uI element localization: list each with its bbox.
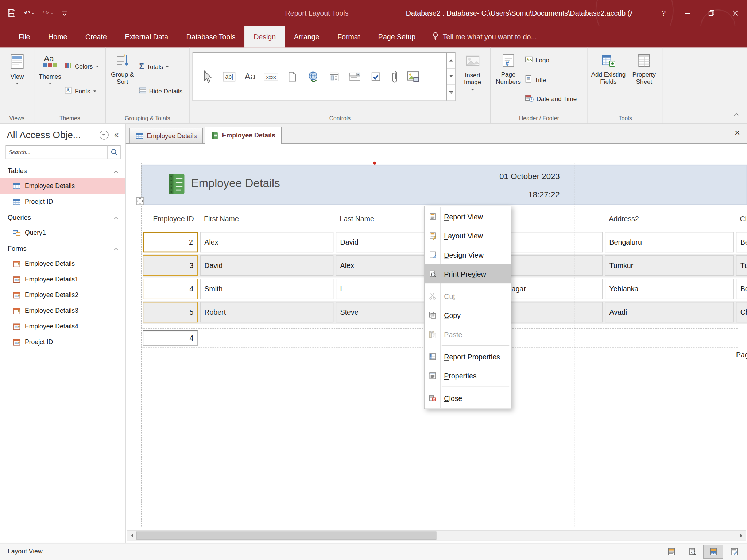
count-total-box[interactable]: 4 bbox=[143, 330, 198, 346]
navigation-control[interactable] bbox=[324, 55, 344, 98]
page-numbers-button[interactable]: # Page Numbers bbox=[495, 53, 522, 86]
cell-first[interactable]: Robert bbox=[200, 302, 334, 322]
cell-addr2[interactable]: Bengaluru bbox=[605, 232, 734, 252]
redo-button[interactable]: ↷ bbox=[43, 9, 53, 18]
ribbon-tab-database-tools[interactable]: Database Tools bbox=[177, 26, 244, 48]
ribbon-tab-arrange[interactable]: Arrange bbox=[285, 26, 328, 48]
title-button[interactable]: Title bbox=[525, 75, 546, 84]
nav-item-employee-details2[interactable]: Employee Details2 bbox=[0, 287, 125, 303]
cell-city[interactable]: Tu bbox=[736, 255, 747, 276]
cell-city[interactable]: Ch bbox=[736, 302, 747, 322]
nav-section-header-queries[interactable]: Queries bbox=[0, 210, 125, 225]
nav-item-employee-details3[interactable]: Employee Details3 bbox=[0, 303, 125, 319]
insert-image-button[interactable]: Insert Image bbox=[459, 55, 486, 92]
column-header-address2[interactable]: Address2 bbox=[605, 211, 734, 227]
column-header-employee-id[interactable]: Employee ID bbox=[143, 211, 198, 227]
context-menu-item-report-view[interactable]: Report View bbox=[425, 207, 511, 226]
navigation-menu-button[interactable] bbox=[99, 131, 108, 140]
cell-id[interactable]: 3 bbox=[143, 255, 198, 276]
nav-item-employee-details1[interactable]: Employee Details1 bbox=[0, 271, 125, 287]
gallery-more-button[interactable] bbox=[447, 85, 455, 101]
attachment-control[interactable] bbox=[386, 55, 402, 98]
cell-addr1[interactable]: agar bbox=[503, 279, 603, 299]
cell-addr2[interactable]: Avadi bbox=[605, 302, 734, 322]
report-view-button[interactable] bbox=[661, 545, 681, 559]
tab-control[interactable] bbox=[282, 55, 302, 98]
context-menu-item-properties[interactable]: Properties bbox=[425, 366, 511, 385]
group-and-sort-button[interactable]: Group & Sort bbox=[109, 53, 136, 86]
report-time[interactable]: 18:27:22 bbox=[528, 190, 560, 199]
ribbon-tab-design[interactable]: Design bbox=[244, 26, 285, 48]
check-box-control[interactable] bbox=[365, 55, 386, 98]
logo-button[interactable]: Logo bbox=[525, 56, 549, 64]
context-menu-item-paste[interactable]: Paste bbox=[425, 325, 511, 344]
document-tab-employee-details-0[interactable]: Employee Details bbox=[129, 128, 203, 143]
collapse-ribbon-button[interactable] bbox=[732, 108, 740, 119]
restore-button[interactable] bbox=[699, 0, 723, 26]
cell-addr2[interactable]: Tumkur bbox=[605, 255, 734, 276]
chevron-up-icon[interactable] bbox=[113, 214, 119, 221]
cell-id[interactable]: 2 bbox=[143, 232, 198, 252]
chevron-up-icon[interactable] bbox=[113, 245, 119, 252]
search-input[interactable] bbox=[6, 148, 107, 156]
cell-id[interactable]: 4 bbox=[143, 279, 198, 299]
shutter-bar-close-button[interactable]: « bbox=[112, 130, 121, 140]
search-icon[interactable] bbox=[107, 146, 120, 159]
context-menu-item-print-preview[interactable]: Print Preview bbox=[425, 264, 511, 283]
scroll-left-button[interactable] bbox=[127, 531, 136, 540]
nav-section-header-tables[interactable]: Tables bbox=[0, 163, 125, 178]
layout-view-button[interactable] bbox=[703, 545, 723, 559]
nav-item-employee-details[interactable]: Employee Details bbox=[0, 256, 125, 271]
themes-button[interactable]: Aa Themes bbox=[37, 53, 63, 86]
customize-quick-access-button[interactable] bbox=[61, 10, 67, 16]
context-menu-item-report-properties[interactable]: Report Properties bbox=[425, 347, 511, 366]
context-menu-item-cut[interactable]: Cut bbox=[425, 287, 511, 306]
cell-first[interactable]: David bbox=[200, 255, 334, 276]
label-control[interactable]: Aa bbox=[240, 55, 260, 98]
cell-city[interactable]: Be bbox=[736, 232, 747, 252]
help-button[interactable]: ? bbox=[652, 0, 676, 26]
report-logo-icon[interactable] bbox=[166, 173, 185, 197]
ribbon-tab-page-setup[interactable]: Page Setup bbox=[369, 26, 425, 48]
colors-button[interactable]: Colors bbox=[65, 62, 98, 71]
column-header-ci[interactable]: Ci bbox=[736, 211, 747, 227]
cell-addr1[interactable] bbox=[503, 255, 603, 276]
date-and-time-button[interactable]: Date and Time bbox=[525, 94, 577, 104]
select-pointer-tool[interactable] bbox=[195, 55, 218, 98]
hide-details-button[interactable]: Hide Details bbox=[139, 87, 182, 96]
cell-city[interactable]: Be bbox=[736, 279, 747, 299]
chevron-up-icon[interactable] bbox=[113, 167, 119, 175]
save-button[interactable] bbox=[8, 9, 16, 17]
document-tab-employee-details-1[interactable]: Employee Details bbox=[205, 127, 282, 144]
scroll-right-button[interactable] bbox=[736, 531, 746, 540]
cell-id[interactable]: 5 bbox=[143, 302, 198, 322]
property-sheet-button[interactable]: Property Sheet bbox=[628, 53, 660, 86]
print-preview-button[interactable] bbox=[682, 545, 702, 559]
button-control[interactable]: xxxx bbox=[260, 55, 281, 98]
combo-box-control[interactable] bbox=[344, 55, 365, 98]
cell-first[interactable]: Alex bbox=[200, 232, 334, 252]
nav-item-proejct-id[interactable]: Proejct ID bbox=[0, 334, 125, 350]
layout-move-handle[interactable] bbox=[136, 197, 144, 207]
minimize-button[interactable] bbox=[676, 0, 699, 26]
nav-section-header-forms[interactable]: Forms bbox=[0, 241, 125, 256]
totals-button[interactable]: Σ Totals bbox=[139, 62, 169, 71]
page-footer-text[interactable]: Pag bbox=[736, 350, 747, 358]
context-menu-item-design-view[interactable]: Design View bbox=[425, 245, 511, 264]
context-menu-item-close[interactable]: Close bbox=[425, 389, 511, 408]
undo-button[interactable]: ↶ bbox=[24, 9, 34, 18]
tell-me-box[interactable]: Tell me what you want to do... bbox=[432, 26, 537, 48]
image-control[interactable] bbox=[403, 55, 423, 98]
context-menu-item-layout-view[interactable]: Layout View bbox=[425, 226, 511, 245]
close-button[interactable] bbox=[723, 0, 747, 26]
cell-addr1[interactable] bbox=[503, 232, 603, 252]
text-box-control[interactable]: ab| bbox=[219, 55, 240, 98]
view-button[interactable]: View bbox=[4, 53, 30, 86]
nav-item-employee-details4[interactable]: Employee Details4 bbox=[0, 319, 125, 334]
ribbon-tab-format[interactable]: Format bbox=[328, 26, 369, 48]
cell-first[interactable]: Smith bbox=[200, 279, 334, 299]
add-existing-fields-button[interactable]: Add Existing Fields bbox=[590, 53, 627, 86]
scrollbar-thumb[interactable] bbox=[136, 532, 437, 540]
cell-addr1[interactable] bbox=[503, 302, 603, 322]
ribbon-tab-external-data[interactable]: External Data bbox=[116, 26, 177, 48]
